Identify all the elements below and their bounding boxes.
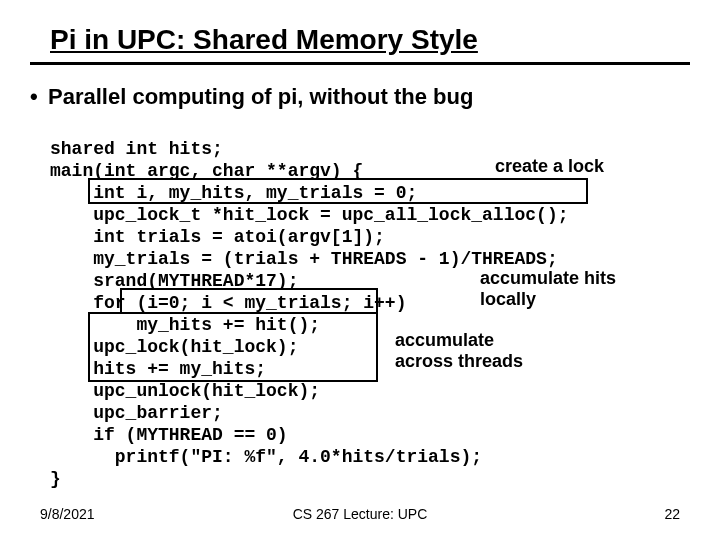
- code-line: upc_lock_t *hit_lock = upc_all_lock_allo…: [50, 205, 568, 225]
- code-line: my_trials = (trials + THREADS - 1)/THREA…: [50, 249, 558, 269]
- code-line: upc_unlock(hit_lock);: [50, 381, 320, 401]
- annotation-create-lock: create a lock: [495, 156, 604, 177]
- code-line: shared int hits;: [50, 139, 223, 159]
- footer-center: CS 267 Lecture: UPC: [0, 506, 720, 522]
- code-line: int trials = atoi(argv[1]);: [50, 227, 385, 247]
- bullet-line: •Parallel computing of pi, without the b…: [30, 84, 473, 110]
- slide-title: Pi in UPC: Shared Memory Style: [50, 24, 478, 56]
- highlight-box-across: [88, 312, 378, 382]
- highlight-box-lock: [88, 178, 588, 204]
- code-line: if (MYTHREAD == 0): [50, 425, 288, 445]
- bullet-text: Parallel computing of pi, without the bu…: [48, 84, 473, 109]
- bullet-icon: •: [30, 84, 48, 110]
- code-line: printf("PI: %f", 4.0*hits/trials);: [50, 447, 482, 467]
- slide: Pi in UPC: Shared Memory Style •Parallel…: [0, 0, 720, 540]
- annotation-across: accumulate across threads: [395, 330, 523, 372]
- code-line: }: [50, 469, 61, 489]
- footer-page-number: 22: [664, 506, 680, 522]
- annotation-local: accumulate hits locally: [480, 268, 616, 310]
- highlight-box-local: [120, 288, 378, 314]
- title-underline: [30, 62, 690, 65]
- code-line: upc_barrier;: [50, 403, 223, 423]
